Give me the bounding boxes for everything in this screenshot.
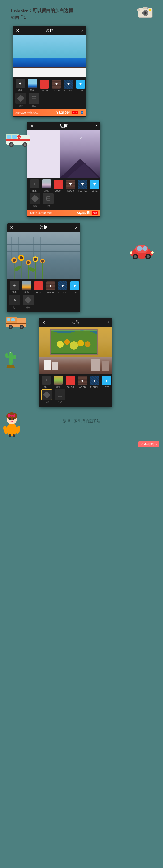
add-button[interactable]: + 效果 bbox=[15, 79, 26, 92]
wood-item-2[interactable]: WOOD bbox=[65, 180, 76, 192]
svg-point-60 bbox=[147, 255, 150, 258]
add-button-4[interactable]: + 效果 bbox=[41, 376, 52, 389]
love-label: LOVE bbox=[78, 89, 83, 92]
floral-arrow-3 bbox=[61, 285, 64, 287]
toolbar-items-2: + 效果 滤镜 COLOR bbox=[27, 180, 101, 192]
add-icon: + bbox=[16, 79, 25, 88]
expand-button-1[interactable]: ↗ bbox=[81, 29, 83, 33]
add-button-3[interactable]: + 效果 bbox=[9, 281, 20, 294]
close-button-2[interactable]: ✕ bbox=[30, 124, 33, 129]
svg-point-76 bbox=[78, 340, 84, 346]
mountain-silhouette bbox=[60, 154, 101, 178]
formula-icon bbox=[31, 96, 36, 101]
svg-rect-79 bbox=[52, 362, 58, 370]
add-button-2[interactable]: + 效果 bbox=[29, 180, 40, 192]
expand-button-2[interactable]: ↗ bbox=[95, 124, 98, 128]
ad-price-1: ¥3,280起 bbox=[56, 111, 70, 115]
font-icon: A bbox=[14, 298, 16, 302]
love-item[interactable]: LOVE bbox=[75, 80, 86, 92]
wood-item-3[interactable]: WOOD bbox=[45, 281, 56, 293]
wood-label: WOOD bbox=[53, 89, 60, 92]
love-arrow-3 bbox=[73, 285, 76, 287]
svg-rect-16 bbox=[12, 135, 17, 139]
floral-label-3: FLORAL bbox=[58, 291, 66, 293]
screenshot-3: ✕ 边框 ↗ bbox=[7, 223, 80, 312]
color-item-4[interactable]: COLOR bbox=[65, 376, 76, 388]
svg-rect-86 bbox=[9, 352, 12, 365]
color-label-3: COLOR bbox=[34, 291, 42, 293]
subtitle-line: 如图 bbox=[10, 14, 155, 22]
wood-item-4[interactable]: WOOD bbox=[77, 376, 88, 388]
formula-box-2 bbox=[43, 193, 54, 204]
ad-text-2: 新婚/高我生/普惠城 bbox=[30, 211, 74, 215]
filter-item[interactable]: 滤镜 bbox=[27, 79, 37, 92]
sunflowers-layer bbox=[7, 253, 80, 279]
font-item-3[interactable]: A 文字 bbox=[9, 294, 20, 309]
border-item-4[interactable]: 边框 bbox=[41, 390, 52, 404]
floral-icon-2 bbox=[78, 180, 87, 189]
filter-item-2[interactable]: 滤镜 bbox=[41, 180, 52, 192]
svg-rect-80 bbox=[91, 359, 101, 371]
close-button-4[interactable]: ✕ bbox=[42, 320, 45, 325]
svg-rect-67 bbox=[11, 318, 15, 321]
moon-icon: ☽ bbox=[79, 135, 82, 140]
color-item-3[interactable]: COLOR bbox=[33, 281, 44, 293]
floral-item-4[interactable]: FLORAL bbox=[89, 376, 100, 388]
love-item-4[interactable]: LOVE bbox=[101, 376, 112, 388]
floral-item[interactable]: FLORAL bbox=[63, 80, 74, 92]
wood-arrow-icon-2 bbox=[69, 183, 72, 186]
border-sec-label-2: 边框 bbox=[33, 205, 37, 208]
svg-rect-104 bbox=[9, 434, 11, 437]
red-car-decoration bbox=[129, 242, 155, 261]
font-sec-label: 文字 bbox=[13, 306, 17, 309]
love-label-2: LOVE bbox=[92, 190, 97, 192]
svg-point-94 bbox=[7, 423, 17, 436]
ad-banner-2[interactable]: 新婚/高我生/普惠城 ¥3,280起 A1X bbox=[27, 210, 101, 216]
floral-item-2[interactable]: FLORAL bbox=[77, 180, 88, 192]
formula-sec-label-4: 公式 bbox=[58, 401, 62, 404]
floral-arrow-icon bbox=[67, 83, 70, 85]
formula-item-2[interactable]: 公式 bbox=[43, 193, 54, 208]
ad-banner-1[interactable]: 新婚/高我生/普惠城 ¥3,280起 A1X 国 bbox=[13, 110, 86, 116]
expand-button-4[interactable]: ↗ bbox=[107, 320, 109, 324]
svg-point-58 bbox=[134, 255, 137, 258]
love-arrow-4 bbox=[105, 379, 108, 382]
app-header-1: ✕ 边框 ↗ bbox=[13, 26, 86, 35]
ad-badge-1: A1X bbox=[72, 111, 78, 115]
svg-point-50 bbox=[14, 265, 22, 272]
formula-item-4[interactable]: 公式 bbox=[55, 390, 65, 404]
color-icon-3 bbox=[34, 281, 43, 290]
floral-item-3[interactable]: FLORAL bbox=[57, 281, 68, 293]
add-icon-3: + bbox=[10, 281, 19, 290]
wood-icon-3 bbox=[46, 281, 55, 290]
ocean-photo bbox=[13, 35, 86, 78]
color-item[interactable]: COLOR bbox=[39, 80, 50, 92]
filter-preview bbox=[28, 79, 37, 88]
expand-button-3[interactable]: ↗ bbox=[75, 226, 78, 229]
border-item-2[interactable]: 边框 bbox=[30, 193, 40, 208]
formula-item[interactable]: 公式 bbox=[29, 93, 39, 107]
color-item-2[interactable]: COLOR bbox=[53, 180, 64, 192]
add-label-2: 效果 bbox=[32, 189, 36, 192]
svg-marker-85 bbox=[6, 365, 15, 368]
svg-point-69 bbox=[10, 326, 11, 328]
love-item-2[interactable]: LOVE bbox=[89, 180, 100, 192]
filter-item-3[interactable]: 滤镜 bbox=[21, 281, 32, 294]
svg-rect-65 bbox=[6, 323, 26, 324]
wood-icon-2 bbox=[66, 180, 75, 189]
border-box-2 bbox=[30, 193, 40, 204]
toolbar-1: + 效果 滤镜 COLOR bbox=[13, 78, 86, 117]
toolbar-secondary-3: A 文字 贴纸 bbox=[7, 294, 80, 311]
formula-icon-2 bbox=[46, 196, 51, 201]
wood-icon bbox=[52, 80, 61, 89]
wood-item[interactable]: WOOD bbox=[51, 80, 62, 92]
border-item[interactable]: 边框 bbox=[16, 93, 26, 107]
svg-point-73 bbox=[57, 341, 63, 348]
color-label-4: COLOR bbox=[66, 386, 74, 388]
filter-item-4[interactable]: 滤镜 bbox=[53, 376, 63, 389]
sticker-item-3[interactable]: 贴纸 bbox=[23, 294, 33, 309]
close-button-3[interactable]: ✕ bbox=[10, 225, 13, 230]
close-button-1[interactable]: ✕ bbox=[16, 28, 19, 33]
svg-rect-81 bbox=[102, 361, 109, 371]
love-item-3[interactable]: LOVE bbox=[69, 281, 80, 293]
